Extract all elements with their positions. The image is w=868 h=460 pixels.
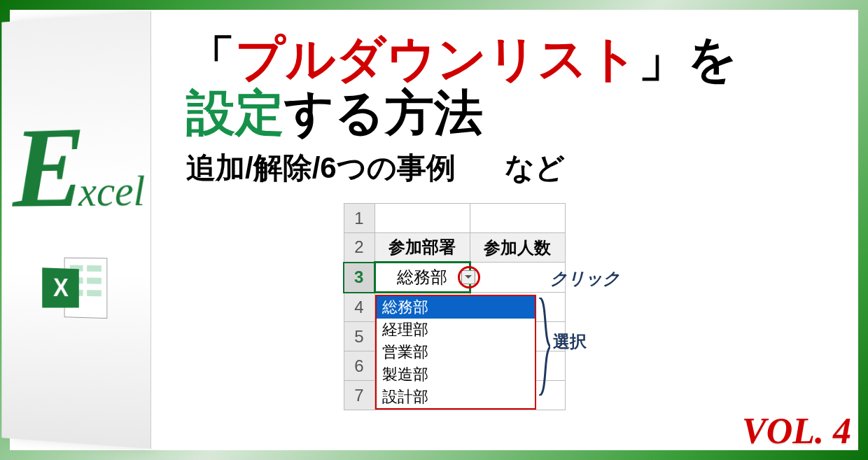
thumbnail-frame: Excel X 「プルダウンリスト」を 設定する方法 追加/解除/6つの事例など xyxy=(0,0,868,460)
title-highlight: プルダウンリスト xyxy=(235,32,638,86)
subtitle-part2: など xyxy=(505,151,565,184)
title-line-1: 「プルダウンリスト」を xyxy=(186,32,836,86)
cell-value: 総務部 xyxy=(397,267,447,286)
dropdown-option[interactable]: 製造部 xyxy=(377,363,535,386)
dropdown-handle-icon[interactable] xyxy=(461,270,475,284)
title-bracket-close: 」 xyxy=(638,32,687,86)
content-panel: Excel X 「プルダウンリスト」を 設定する方法 追加/解除/6つの事例など xyxy=(10,10,858,450)
excel-app-icon: X xyxy=(42,253,107,323)
main-content: 「プルダウンリスト」を 設定する方法 追加/解除/6つの事例など 1 2 参加部… xyxy=(151,11,857,449)
dropdown-option[interactable]: 経理部 xyxy=(377,319,535,341)
row-num[interactable]: 5 xyxy=(344,322,374,351)
sidebar-door: Excel X xyxy=(1,11,151,449)
brace-icon xyxy=(538,298,550,396)
annotation-select: 選択 xyxy=(553,330,587,353)
annotation-click: クリック xyxy=(550,267,620,290)
dropdown-option[interactable]: 総務部 xyxy=(377,296,535,319)
selected-cell[interactable]: 総務部 xyxy=(374,263,470,293)
row-num[interactable]: 4 xyxy=(344,293,374,322)
subtitle: 追加/解除/6つの事例など xyxy=(186,148,836,188)
col-header-count[interactable]: 参加人数 xyxy=(470,233,565,263)
subtitle-part1: 追加/解除/6つの事例 xyxy=(186,151,456,184)
excel-badge-icon: X xyxy=(42,267,79,307)
title-line-2: 設定する方法 xyxy=(186,86,836,140)
title-green: 設定 xyxy=(186,85,284,140)
row-num[interactable]: 6 xyxy=(344,351,374,381)
title-tail: を xyxy=(687,32,738,86)
volume-label: VOL. 4 xyxy=(742,410,851,452)
excel-wordmark: Excel xyxy=(6,115,145,216)
row-num[interactable]: 1 xyxy=(344,204,374,233)
col-header-dept[interactable]: 参加部署 xyxy=(374,233,470,263)
logo-letters-xcel: xcel xyxy=(78,167,145,214)
dropdown-option[interactable]: 設計部 xyxy=(377,386,535,408)
dropdown-list[interactable]: 総務部 経理部 営業部 製造部 設計部 xyxy=(375,295,536,410)
title-black: する方法 xyxy=(284,85,483,140)
row-num[interactable]: 3 xyxy=(344,263,374,293)
dropdown-option[interactable]: 営業部 xyxy=(377,341,535,363)
spreadsheet-sample: 1 2 参加部署 参加人数 3 総務部 xyxy=(343,203,679,410)
title-bracket-open: 「 xyxy=(186,32,235,86)
logo-letter-e: E xyxy=(13,102,85,231)
row-num[interactable]: 7 xyxy=(344,381,374,410)
row-num[interactable]: 2 xyxy=(344,233,374,263)
